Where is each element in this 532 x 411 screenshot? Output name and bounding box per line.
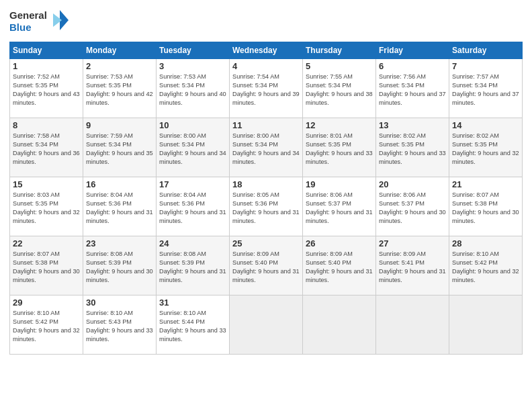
day-number: 4 [232, 61, 300, 71]
day-number: 29 [13, 298, 80, 308]
day-cell: 24 Sunrise: 8:08 AMSunset: 5:39 PMDaylig… [157, 236, 230, 295]
day-number: 27 [379, 238, 446, 248]
weekday-header-sunday: Sunday [10, 42, 83, 59]
day-cell: 15 Sunrise: 8:03 AMSunset: 5:35 PMDaylig… [10, 177, 83, 236]
day-number: 6 [379, 61, 446, 71]
day-cell [376, 295, 449, 355]
day-cell: 14 Sunrise: 8:02 AMSunset: 5:35 PMDaylig… [449, 118, 523, 177]
day-cell: 7 Sunrise: 7:57 AMSunset: 5:34 PMDayligh… [449, 59, 523, 118]
day-info: Sunrise: 7:53 AMSunset: 5:35 PMDaylight:… [86, 73, 153, 106]
day-info: Sunrise: 8:07 AMSunset: 5:38 PMDaylight:… [13, 250, 80, 283]
day-cell: 21 Sunrise: 8:07 AMSunset: 5:38 PMDaylig… [449, 177, 523, 236]
day-number: 26 [306, 238, 373, 248]
day-info: Sunrise: 8:03 AMSunset: 5:35 PMDaylight:… [13, 191, 80, 224]
calendar-container: General Blue SundayMondayTuesdayWednesda… [0, 0, 532, 411]
day-cell: 3 Sunrise: 7:53 AMSunset: 5:34 PMDayligh… [157, 59, 230, 118]
day-info: Sunrise: 8:10 AMSunset: 5:44 PMDaylight:… [159, 310, 226, 342]
day-info: Sunrise: 8:09 AMSunset: 5:40 PMDaylight:… [232, 250, 300, 283]
day-cell: 26 Sunrise: 8:09 AMSunset: 5:40 PMDaylig… [303, 236, 376, 295]
day-number: 31 [159, 298, 226, 308]
day-info: Sunrise: 8:00 AMSunset: 5:34 PMDaylight:… [232, 132, 300, 165]
week-row-4: 22 Sunrise: 8:07 AMSunset: 5:38 PMDaylig… [10, 236, 523, 295]
logo: General Blue [9, 7, 70, 36]
calendar-table: SundayMondayTuesdayWednesdayThursdayFrid… [9, 42, 523, 355]
day-info: Sunrise: 8:00 AMSunset: 5:34 PMDaylight:… [159, 132, 226, 165]
day-cell: 25 Sunrise: 8:09 AMSunset: 5:40 PMDaylig… [230, 236, 303, 295]
day-number: 5 [306, 61, 373, 71]
day-cell: 8 Sunrise: 7:58 AMSunset: 5:34 PMDayligh… [10, 118, 83, 177]
day-info: Sunrise: 8:09 AMSunset: 5:40 PMDaylight:… [306, 250, 373, 283]
day-info: Sunrise: 8:04 AMSunset: 5:36 PMDaylight:… [159, 191, 226, 224]
week-row-1: 1 Sunrise: 7:52 AMSunset: 5:35 PMDayligh… [10, 59, 523, 118]
day-number: 15 [13, 179, 80, 189]
day-info: Sunrise: 8:06 AMSunset: 5:37 PMDaylight:… [306, 191, 373, 224]
day-cell: 4 Sunrise: 7:54 AMSunset: 5:34 PMDayligh… [230, 59, 303, 118]
day-number: 9 [86, 120, 153, 130]
day-info: Sunrise: 8:06 AMSunset: 5:37 PMDaylight:… [379, 191, 446, 224]
day-number: 14 [452, 120, 519, 130]
week-row-3: 15 Sunrise: 8:03 AMSunset: 5:35 PMDaylig… [10, 177, 523, 236]
day-info: Sunrise: 8:07 AMSunset: 5:38 PMDaylight:… [452, 191, 519, 224]
day-number: 13 [379, 120, 446, 130]
day-number: 18 [232, 179, 300, 189]
day-info: Sunrise: 8:10 AMSunset: 5:42 PMDaylight:… [13, 310, 80, 342]
day-cell: 17 Sunrise: 8:04 AMSunset: 5:36 PMDaylig… [157, 177, 230, 236]
day-number: 25 [232, 238, 300, 248]
day-number: 1 [13, 61, 80, 71]
day-number: 16 [86, 179, 153, 189]
day-cell: 2 Sunrise: 7:53 AMSunset: 5:35 PMDayligh… [83, 59, 157, 118]
day-info: Sunrise: 7:52 AMSunset: 5:35 PMDaylight:… [13, 73, 80, 106]
header: General Blue [9, 7, 523, 36]
svg-text:Blue: Blue [9, 21, 32, 33]
day-number: 7 [452, 61, 519, 71]
day-cell: 16 Sunrise: 8:04 AMSunset: 5:36 PMDaylig… [83, 177, 157, 236]
day-cell [230, 295, 303, 355]
day-number: 30 [86, 298, 153, 308]
day-number: 20 [379, 179, 446, 189]
day-number: 17 [159, 179, 226, 189]
weekday-header-thursday: Thursday [303, 42, 376, 59]
day-info: Sunrise: 8:08 AMSunset: 5:39 PMDaylight:… [86, 250, 153, 283]
day-number: 19 [306, 179, 373, 189]
day-number: 10 [159, 120, 226, 130]
day-info: Sunrise: 7:53 AMSunset: 5:34 PMDaylight:… [159, 73, 226, 106]
day-cell: 9 Sunrise: 7:59 AMSunset: 5:34 PMDayligh… [83, 118, 157, 177]
day-info: Sunrise: 7:57 AMSunset: 5:34 PMDaylight:… [452, 73, 519, 106]
day-number: 21 [452, 179, 519, 189]
day-cell: 18 Sunrise: 8:05 AMSunset: 5:36 PMDaylig… [230, 177, 303, 236]
day-info: Sunrise: 7:56 AMSunset: 5:34 PMDaylight:… [379, 73, 446, 106]
day-number: 8 [13, 120, 80, 130]
day-cell: 23 Sunrise: 8:08 AMSunset: 5:39 PMDaylig… [83, 236, 157, 295]
day-info: Sunrise: 8:10 AMSunset: 5:42 PMDaylight:… [452, 250, 519, 283]
day-info: Sunrise: 8:08 AMSunset: 5:39 PMDaylight:… [159, 250, 226, 283]
weekday-header-saturday: Saturday [449, 42, 523, 59]
day-cell: 11 Sunrise: 8:00 AMSunset: 5:34 PMDaylig… [230, 118, 303, 177]
weekday-header-row: SundayMondayTuesdayWednesdayThursdayFrid… [10, 42, 523, 59]
day-cell: 5 Sunrise: 7:55 AMSunset: 5:34 PMDayligh… [303, 59, 376, 118]
day-cell: 19 Sunrise: 8:06 AMSunset: 5:37 PMDaylig… [303, 177, 376, 236]
day-cell: 6 Sunrise: 7:56 AMSunset: 5:34 PMDayligh… [376, 59, 449, 118]
day-info: Sunrise: 8:01 AMSunset: 5:35 PMDaylight:… [306, 132, 373, 165]
day-info: Sunrise: 7:59 AMSunset: 5:34 PMDaylight:… [86, 132, 153, 165]
day-info: Sunrise: 8:09 AMSunset: 5:41 PMDaylight:… [379, 250, 446, 283]
day-cell [449, 295, 523, 355]
day-info: Sunrise: 7:54 AMSunset: 5:34 PMDaylight:… [232, 73, 300, 106]
day-number: 23 [86, 238, 153, 248]
day-cell: 27 Sunrise: 8:09 AMSunset: 5:41 PMDaylig… [376, 236, 449, 295]
day-cell: 31 Sunrise: 8:10 AMSunset: 5:44 PMDaylig… [157, 295, 230, 355]
day-cell: 28 Sunrise: 8:10 AMSunset: 5:42 PMDaylig… [449, 236, 523, 295]
day-info: Sunrise: 8:02 AMSunset: 5:35 PMDaylight:… [452, 132, 519, 165]
day-info: Sunrise: 7:58 AMSunset: 5:34 PMDaylight:… [13, 132, 80, 165]
day-number: 12 [306, 120, 373, 130]
day-number: 2 [86, 61, 153, 71]
logo-svg: General Blue [9, 7, 70, 36]
svg-text:General: General [9, 9, 47, 21]
day-cell [303, 295, 376, 355]
day-cell: 1 Sunrise: 7:52 AMSunset: 5:35 PMDayligh… [10, 59, 83, 118]
day-info: Sunrise: 8:02 AMSunset: 5:35 PMDaylight:… [379, 132, 446, 165]
weekday-header-friday: Friday [376, 42, 449, 59]
day-cell: 29 Sunrise: 8:10 AMSunset: 5:42 PMDaylig… [10, 295, 83, 355]
week-row-5: 29 Sunrise: 8:10 AMSunset: 5:42 PMDaylig… [10, 295, 523, 355]
day-cell: 20 Sunrise: 8:06 AMSunset: 5:37 PMDaylig… [376, 177, 449, 236]
day-cell: 12 Sunrise: 8:01 AMSunset: 5:35 PMDaylig… [303, 118, 376, 177]
